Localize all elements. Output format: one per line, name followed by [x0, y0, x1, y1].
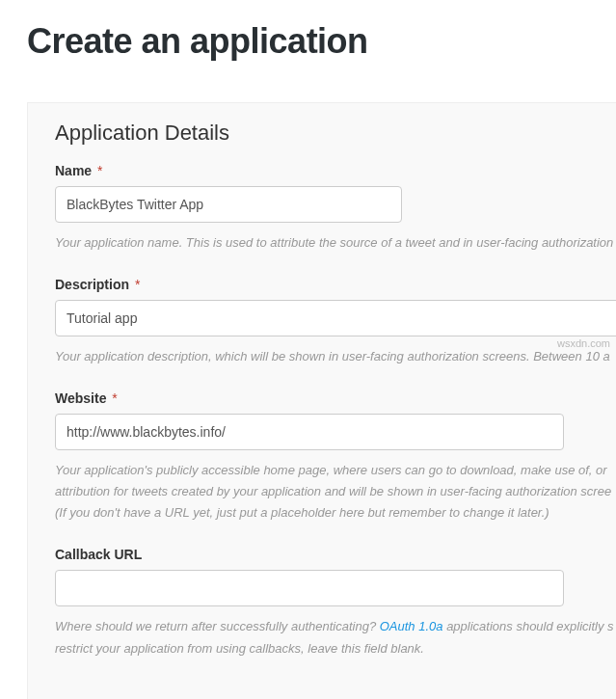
description-label: Description [55, 277, 129, 292]
form-group-description: Description * Your application descripti… [55, 277, 616, 367]
required-indicator: * [112, 390, 117, 406]
oauth-link[interactable]: OAuth 1.0a [380, 619, 443, 633]
callback-help-pre: Where should we return after successfull… [55, 619, 380, 633]
page-title: Create an application [0, 0, 616, 85]
description-help-text: Your application description, which will… [55, 346, 616, 367]
website-input[interactable] [55, 414, 564, 450]
name-label: Name [55, 163, 92, 178]
name-input[interactable] [55, 186, 402, 223]
description-label-row: Description * [55, 277, 616, 292]
website-help-line2: attribution for tweets created by your a… [55, 484, 611, 498]
callback-label-row: Callback URL [55, 547, 616, 562]
description-input[interactable] [55, 300, 616, 336]
callback-help-line2: restrict your application from using cal… [55, 641, 424, 656]
required-indicator: * [97, 163, 102, 178]
website-help-line3: (If you don't have a URL yet, just put a… [55, 505, 549, 520]
application-details-panel: Application Details Name * Your applicat… [27, 102, 616, 699]
callback-input[interactable] [55, 570, 564, 606]
watermark-text: wsxdn.com [557, 337, 610, 349]
callback-help-post: applications should explicitly s [443, 619, 614, 633]
section-title: Application Details [55, 121, 616, 146]
website-help-text: Your application's publicly accessible h… [55, 460, 616, 524]
form-group-callback: Callback URL Where should we return afte… [55, 547, 616, 659]
required-indicator: * [135, 277, 140, 292]
website-help-line1: Your application's publicly accessible h… [55, 463, 607, 477]
name-help-text: Your application name. This is used to a… [55, 232, 616, 254]
callback-label: Callback URL [55, 547, 142, 562]
name-label-row: Name * [55, 163, 616, 178]
form-group-website: Website * Your application's publicly ac… [55, 390, 616, 524]
callback-help-text: Where should we return after successfull… [55, 616, 616, 659]
website-label-row: Website * [55, 390, 616, 406]
form-group-name: Name * Your application name. This is us… [55, 163, 616, 254]
website-label: Website [55, 390, 106, 406]
